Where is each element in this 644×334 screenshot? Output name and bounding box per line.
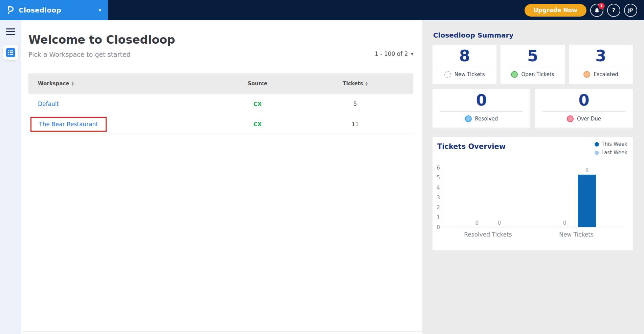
workspace-table: Workspace ▲▼ Source Tickets ▲▼ Default C… xyxy=(28,73,413,134)
card-value: 0 xyxy=(432,92,530,109)
y-axis-tick: 1 xyxy=(437,215,440,220)
sort-icon[interactable]: ▲▼ xyxy=(365,81,368,86)
pagination-dropdown[interactable]: 1 - 100 of 2 ▾ xyxy=(375,50,413,58)
hamburger-menu-icon[interactable] xyxy=(6,28,15,35)
tickets-count: 5 xyxy=(353,101,357,107)
workspace-list-icon xyxy=(6,48,15,57)
upgrade-now-button[interactable]: Upgrade Now xyxy=(525,4,586,17)
card-label: Open Tickets xyxy=(521,71,554,77)
summary-card-over-due: 0 Over Due xyxy=(535,89,633,128)
closedloop-logo-icon xyxy=(7,6,14,15)
card-label: Escalated xyxy=(594,71,618,77)
bar-slot: 0 xyxy=(490,168,508,227)
resolved-dot-icon xyxy=(465,115,472,122)
x-axis-label-new-tickets: New Tickets xyxy=(559,231,594,238)
card-value: 8 xyxy=(432,47,496,65)
notification-badge: 1 xyxy=(598,3,605,9)
open-tickets-dot-icon xyxy=(511,71,518,78)
legend-label: This Week xyxy=(601,141,627,147)
user-avatar[interactable]: JP xyxy=(624,4,637,17)
topbar: Closedloop ▾ Upgrade Now 1 ? JP xyxy=(0,0,644,20)
chart-plot-area: 0 0 0 6 Resolved Tickets New Tickets xyxy=(443,168,624,227)
summary-card-new-tickets: 8 New Tickets xyxy=(432,45,496,84)
escalated-dot-icon xyxy=(583,71,590,78)
main-content: Welcome to Closedloop Pick a Workspace t… xyxy=(21,20,422,334)
last-week-dot-icon xyxy=(595,151,599,155)
sort-icon[interactable]: ▲▼ xyxy=(72,81,74,86)
table-row[interactable]: The Bear Restaurant CX 11 xyxy=(28,114,413,134)
card-value: 5 xyxy=(501,47,564,65)
summary-card-resolved: 0 Resolved xyxy=(432,89,530,128)
source-value: CX xyxy=(253,101,262,107)
bar-value-label: 0 xyxy=(563,220,567,226)
tickets-overview-chart: Tickets Overview This Week Last Week 012… xyxy=(432,137,633,250)
over-due-dot-icon xyxy=(567,115,574,122)
source-value: CX xyxy=(253,121,262,128)
summary-panel: Closedloop Summary 8 New Tickets 5 Open … xyxy=(422,20,644,334)
bar-value-label: 6 xyxy=(585,168,589,174)
notifications-button[interactable]: 1 xyxy=(590,4,603,17)
sidebar xyxy=(0,20,21,334)
question-mark-icon: ? xyxy=(612,7,615,14)
new-tickets-dot-icon xyxy=(444,71,451,78)
summary-title: Closedloop Summary xyxy=(433,31,633,39)
sidebar-item-workspaces[interactable] xyxy=(3,45,18,60)
y-axis-tick: 6 xyxy=(437,165,440,171)
bar-slot: 0 xyxy=(556,168,574,227)
topbar-actions: Upgrade Now 1 ? JP xyxy=(525,4,644,17)
summary-card-open-tickets: 5 Open Tickets xyxy=(501,45,564,84)
page-title: Welcome to Closedloop xyxy=(28,33,175,46)
y-axis: 0123456 xyxy=(432,168,441,227)
legend-item-this-week[interactable]: This Week xyxy=(595,141,627,147)
y-axis-tick: 3 xyxy=(437,195,440,200)
tickets-count: 11 xyxy=(352,121,359,128)
table-header: Workspace ▲▼ Source Tickets ▲▼ xyxy=(28,73,413,94)
workspace-switcher[interactable]: Closedloop ▾ xyxy=(0,0,108,20)
legend-item-last-week[interactable]: Last Week xyxy=(595,150,627,156)
chart-title: Tickets Overview xyxy=(437,142,506,151)
workspace-link-default[interactable]: Default xyxy=(38,101,59,107)
y-axis-tick: 4 xyxy=(437,185,440,191)
y-axis-tick: 0 xyxy=(437,225,440,230)
chevron-down-icon: ▾ xyxy=(98,7,101,13)
x-axis-label-resolved-tickets: Resolved Tickets xyxy=(464,231,512,238)
chart-legend: This Week Last Week xyxy=(595,141,627,156)
table-row[interactable]: Default CX 5 xyxy=(28,94,413,114)
avatar-initials: JP xyxy=(628,7,633,13)
y-axis-tick: 2 xyxy=(437,205,440,210)
bar-new-this-week xyxy=(578,175,596,227)
bar-value-label: 0 xyxy=(475,220,479,226)
column-header-tickets: Tickets xyxy=(343,81,363,87)
chevron-down-icon: ▾ xyxy=(411,51,413,57)
bar-slot: 0 xyxy=(468,168,486,227)
help-button[interactable]: ? xyxy=(607,4,620,17)
card-value: 0 xyxy=(535,92,633,109)
card-label: Over Due xyxy=(577,116,601,122)
brand-name: Closedloop xyxy=(19,6,61,14)
bar-slot: 6 xyxy=(578,168,596,227)
card-label: Resolved xyxy=(475,116,498,122)
card-label: New Tickets xyxy=(454,71,485,77)
this-week-dot-icon xyxy=(595,142,599,147)
legend-label: Last Week xyxy=(601,150,627,156)
pagination-label: 1 - 100 of 2 xyxy=(375,50,408,57)
workspace-link-the-bear-restaurant[interactable]: The Bear Restaurant xyxy=(39,121,98,128)
highlight-annotation-box: The Bear Restaurant xyxy=(30,117,107,132)
column-header-workspace: Workspace xyxy=(38,81,69,87)
page-bottom-divider xyxy=(21,331,422,332)
bar-value-label: 0 xyxy=(498,220,501,226)
page-subtitle: Pick a Workspace to get started xyxy=(28,51,175,58)
column-header-source: Source xyxy=(218,81,297,87)
card-value: 3 xyxy=(569,47,633,65)
y-axis-tick: 5 xyxy=(437,175,440,180)
summary-card-escalated: 3 Escalated xyxy=(569,45,633,84)
